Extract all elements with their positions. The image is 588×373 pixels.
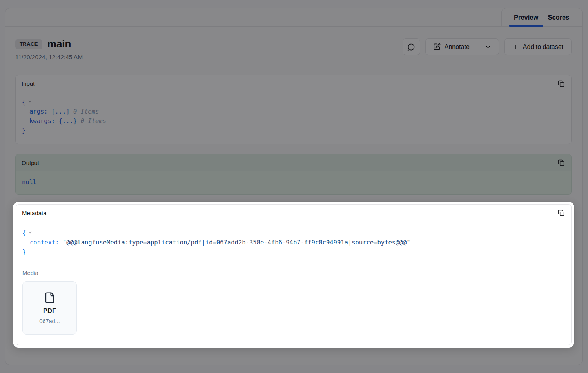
media-file-id: 067ad... xyxy=(39,318,60,324)
file-icon xyxy=(44,292,56,304)
metadata-spotlight: Metadata { context: "@@@la xyxy=(13,202,574,348)
media-file-card[interactable]: PDF 067ad... xyxy=(22,281,77,335)
copy-metadata-button[interactable] xyxy=(557,209,565,217)
media-file-type: PDF xyxy=(43,307,56,315)
json-row-context: context: "@@@langfuseMedia:type=applicat… xyxy=(22,238,565,247)
copy-icon xyxy=(558,210,564,216)
metadata-json-viewer: { context: "@@@langfuseMedia:type=applic… xyxy=(16,221,571,264)
metadata-panel: Metadata { context: "@@@la xyxy=(16,204,572,345)
trace-detail-page: Preview Scores TRACE main 11/20/2024, 12… xyxy=(0,0,588,373)
json-close-brace: } xyxy=(22,248,26,255)
json-open-brace: { xyxy=(22,230,26,237)
json-key: context: xyxy=(30,239,63,246)
json-string-value: "@@@langfuseMedia:type=application/pdf|i… xyxy=(63,239,410,246)
media-section: Media PDF 067ad... xyxy=(16,264,571,345)
media-section-label: Media xyxy=(22,270,565,276)
collapse-chevron-icon[interactable] xyxy=(28,230,33,235)
metadata-panel-title: Metadata xyxy=(22,210,47,216)
